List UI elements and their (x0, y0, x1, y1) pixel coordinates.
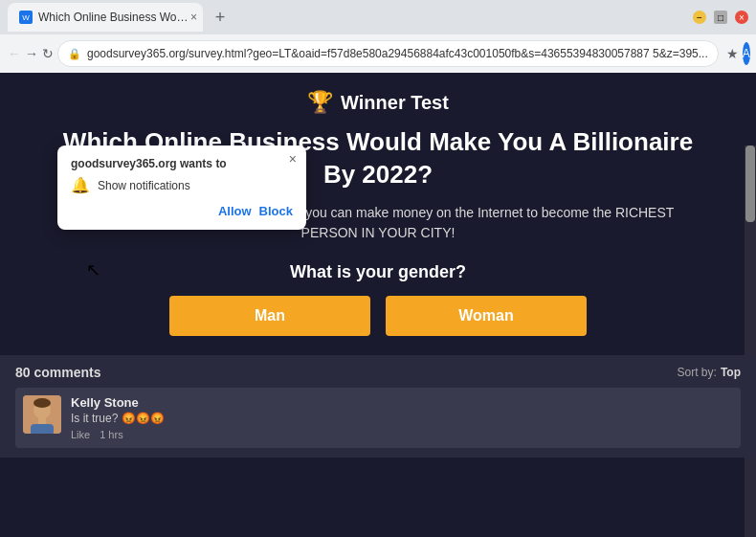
comment-actions: Like 1 hrs (71, 429, 733, 440)
comments-header: 80 comments Sort by: Top (15, 365, 741, 380)
block-button[interactable]: Block (259, 204, 293, 218)
commenter-name: Kelly Stone (71, 395, 733, 410)
profile-button[interactable]: A (743, 42, 750, 65)
browser-chrome: W Which Online Business Would M × + − □ … (0, 0, 756, 73)
maximize-button[interactable]: □ (714, 11, 727, 24)
reload-button[interactable]: ↻ (42, 40, 54, 67)
bookmark-button[interactable]: ★ (726, 46, 739, 61)
tab-title: Which Online Business Would M (38, 11, 191, 24)
lock-icon: 🔒 (68, 48, 81, 60)
forward-button[interactable]: → (25, 40, 38, 67)
popup-actions: Allow Block (71, 204, 293, 218)
tab-close-btn[interactable]: × (190, 11, 197, 24)
trophy-icon: 🏆 (307, 90, 333, 115)
bell-icon: 🔔 (71, 176, 90, 194)
sort-label: Sort by: (678, 366, 717, 379)
popup-message: Show notifications (98, 179, 190, 192)
active-tab[interactable]: W Which Online Business Would M × (8, 3, 203, 32)
tab-favicon: W (19, 11, 33, 24)
address-bar[interactable]: 🔒 goodsurvey365.org/survey.html?geo=LT&o… (57, 40, 719, 67)
woman-button[interactable]: Woman (386, 296, 587, 336)
man-button[interactable]: Man (169, 296, 370, 336)
comment-text: Is it true? 😡😡😡 (71, 412, 733, 425)
nav-bar: ← → ↻ 🔒 goodsurvey365.org/survey.html?ge… (0, 34, 756, 73)
winner-header: 🏆 Winner Test (57, 90, 699, 115)
avatar (23, 395, 61, 434)
sort-value[interactable]: Top (721, 366, 741, 379)
minimize-button[interactable]: − (693, 11, 706, 24)
svg-point-2 (33, 398, 51, 408)
new-tab-button[interactable]: + (207, 4, 233, 31)
comments-section: 80 comments Sort by: Top (0, 355, 756, 458)
comment-body: Kelly Stone Is it true? 😡😡😡 Like 1 hrs (71, 395, 733, 440)
popup-close-button[interactable]: × (289, 151, 297, 167)
close-button[interactable]: × (735, 11, 748, 24)
popup-notification-row: 🔔 Show notifications (71, 176, 293, 194)
gender-question: What is your gender? (57, 262, 699, 282)
allow-button[interactable]: Allow (218, 204, 252, 218)
page-content: risk.com 🏆 Winner Test Which Online Busi… (0, 73, 756, 537)
popup-site-name: goodsurvey365.org wants to (71, 157, 293, 170)
gender-buttons: Man Woman (57, 296, 699, 336)
comment-time: 1 hrs (100, 429, 122, 440)
winner-title: Winner Test (341, 92, 449, 114)
sort-by: Sort by: Top (678, 366, 741, 379)
tab-bar: W Which Online Business Would M × + − □ … (0, 0, 756, 34)
svg-rect-3 (31, 424, 54, 434)
comment-row: Kelly Stone Is it true? 😡😡😡 Like 1 hrs (15, 388, 741, 448)
address-text: goodsurvey365.org/survey.html?geo=LT&oai… (87, 47, 708, 60)
notification-popup: × goodsurvey365.org wants to 🔔 Show noti… (57, 145, 306, 230)
svg-rect-4 (38, 418, 46, 424)
comments-count: 80 comments (15, 365, 100, 380)
like-button[interactable]: Like (71, 429, 90, 440)
back-button[interactable]: ← (8, 40, 21, 67)
